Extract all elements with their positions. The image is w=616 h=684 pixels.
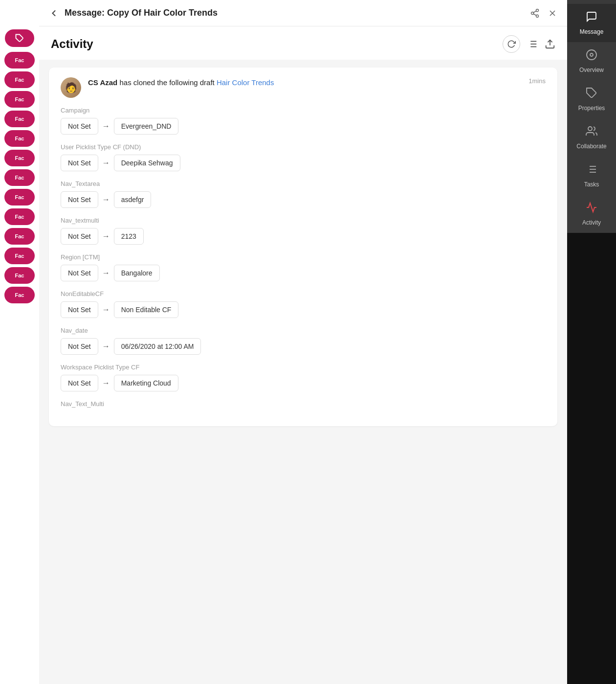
field-change-row-6: Not Set→06/26/2020 at 12:00 AM: [61, 338, 546, 355]
field-label-0: Campaign: [61, 107, 546, 114]
svg-point-18: [588, 127, 592, 131]
sidebar-pill-1[interactable]: Fac: [4, 52, 35, 68]
field-section-0: CampaignNot Set→Evergreen_DND: [61, 107, 546, 135]
refresh-button[interactable]: [503, 35, 520, 53]
field-from-0: Not Set: [61, 118, 98, 135]
sidebar-pill-3[interactable]: Fac: [4, 91, 35, 108]
field-to-4: Bangalore: [114, 265, 160, 281]
sidebar-black-section: [567, 233, 616, 684]
sidebar-pill-11[interactable]: Fac: [4, 248, 35, 264]
field-section-2: Nav_TextareaNot Set→asdefgr: [61, 180, 546, 208]
field-from-7: Not Set: [61, 375, 98, 391]
sidebar-pill-10[interactable]: Fac: [4, 228, 35, 245]
field-section-6: Nav_dateNot Set→06/26/2020 at 12:00 AM: [61, 327, 546, 355]
sidebar-item-message[interactable]: Message: [567, 4, 616, 42]
card-header-text: CS Azad has cloned the following draft H…: [88, 77, 522, 89]
avatar: 🧑: [61, 77, 81, 98]
sidebar-pills: Fac Fac Fac Fac Fac Fac Fac Fac Fac Fac …: [0, 52, 39, 303]
sidebar-pill-8[interactable]: Fac: [4, 189, 35, 205]
tasks-icon: [586, 163, 597, 178]
field-section-1: User Picklist Type CF (DND)Not Set→Deepi…: [61, 143, 546, 171]
field-from-3: Not Set: [61, 228, 98, 245]
draft-link[interactable]: Hair Color Trends: [217, 78, 274, 87]
activity-actions: [503, 35, 555, 53]
field-change-row-3: Not Set→2123: [61, 228, 546, 245]
field-change-row-1: Not Set→Deepika Sehwag: [61, 155, 546, 171]
field-label-2: Nav_Textarea: [61, 180, 546, 187]
share-button[interactable]: [530, 8, 540, 18]
action-text: has cloned the following draft: [117, 78, 217, 87]
sidebar-item-activity[interactable]: Activity: [567, 195, 616, 233]
field-to-2: asdefgr: [114, 191, 152, 208]
sidebar-pill-9[interactable]: Fac: [4, 208, 35, 225]
field-arrow-1: →: [102, 159, 110, 167]
field-label-3: Nav_textmulti: [61, 217, 546, 224]
field-label-7: Workspace Picklist Type CF: [61, 364, 546, 371]
field-from-4: Not Set: [61, 265, 98, 281]
sidebar-pill-12[interactable]: Fac: [4, 267, 35, 284]
message-label: Message: [580, 28, 604, 35]
field-from-1: Not Set: [61, 155, 98, 171]
field-arrow-6: →: [102, 342, 110, 351]
sidebar-pill-4[interactable]: Fac: [4, 111, 35, 127]
tasks-label: Tasks: [584, 181, 599, 188]
field-label-8: Nav_Text_Multi: [61, 400, 546, 408]
user-name: CS Azad: [88, 78, 117, 87]
sidebar-pill-6[interactable]: Fac: [4, 150, 35, 166]
right-sidebar: Message Overview Properties: [567, 0, 616, 684]
field-label-5: NonEditableCF: [61, 290, 546, 297]
back-button[interactable]: [49, 8, 59, 18]
card-time: 1mins: [528, 77, 546, 85]
sidebar-pill-5[interactable]: Fac: [4, 130, 35, 147]
field-change-row-0: Not Set→Evergreen_DND: [61, 118, 546, 135]
sidebar-item-properties[interactable]: Properties: [567, 80, 616, 118]
page-title: Message: Copy Of Hair Color Trends: [65, 8, 524, 18]
header-bar: Message: Copy Of Hair Color Trends: [39, 0, 567, 26]
sidebar-item-collaborate[interactable]: Collaborate: [567, 118, 616, 157]
card-header: 🧑 CS Azad has cloned the following draft…: [61, 77, 546, 98]
field-to-1: Deepika Sehwag: [114, 155, 180, 171]
field-change-row-2: Not Set→asdefgr: [61, 191, 546, 208]
field-from-6: Not Set: [61, 338, 98, 355]
field-arrow-3: →: [102, 232, 110, 241]
properties-label: Properties: [578, 105, 605, 112]
sidebar-pill-7[interactable]: Fac: [4, 169, 35, 186]
tag-icon[interactable]: [5, 29, 34, 47]
activity-header: Activity: [39, 26, 567, 60]
sidebar-pill-13[interactable]: Fac: [4, 287, 35, 303]
field-arrow-7: →: [102, 379, 110, 388]
svg-point-3: [536, 15, 539, 17]
field-to-5: Non Editable CF: [114, 301, 179, 318]
activity-title: Activity: [51, 37, 503, 51]
field-to-7: Marketing Cloud: [114, 375, 178, 391]
card-headline: CS Azad has cloned the following draft H…: [88, 77, 522, 89]
field-to-0: Evergreen_DND: [114, 118, 179, 135]
field-label-4: Region [CTM]: [61, 253, 546, 261]
filter-button[interactable]: [527, 39, 538, 49]
field-to-3: 2123: [114, 228, 144, 245]
close-button[interactable]: [548, 8, 557, 18]
export-button[interactable]: [545, 39, 555, 49]
svg-point-1: [536, 9, 539, 11]
properties-icon: [586, 87, 597, 102]
svg-point-2: [531, 12, 534, 14]
field-section-8: Nav_Text_Multi: [61, 400, 546, 408]
fields-container: CampaignNot Set→Evergreen_DNDUser Pickli…: [61, 107, 546, 408]
field-section-4: Region [CTM]Not Set→Bangalore: [61, 253, 546, 281]
sidebar-item-tasks[interactable]: Tasks: [567, 157, 616, 195]
overview-label: Overview: [579, 67, 604, 73]
sidebar-item-overview[interactable]: Overview: [567, 42, 616, 80]
field-change-row-5: Not Set→Non Editable CF: [61, 301, 546, 318]
field-section-7: Workspace Picklist Type CFNot Set→Market…: [61, 364, 546, 391]
svg-line-5: [533, 11, 536, 12]
field-arrow-0: →: [102, 122, 110, 131]
activity-sidebar-label: Activity: [582, 219, 601, 226]
field-change-row-7: Not Set→Marketing Cloud: [61, 375, 546, 391]
svg-line-4: [533, 14, 536, 15]
overview-icon: [586, 49, 597, 64]
left-sidebar: Fac Fac Fac Fac Fac Fac Fac Fac Fac Fac …: [0, 0, 39, 684]
svg-point-16: [590, 53, 593, 56]
field-label-6: Nav_date: [61, 327, 546, 334]
sidebar-pill-2[interactable]: Fac: [4, 71, 35, 88]
field-arrow-5: →: [102, 305, 110, 314]
